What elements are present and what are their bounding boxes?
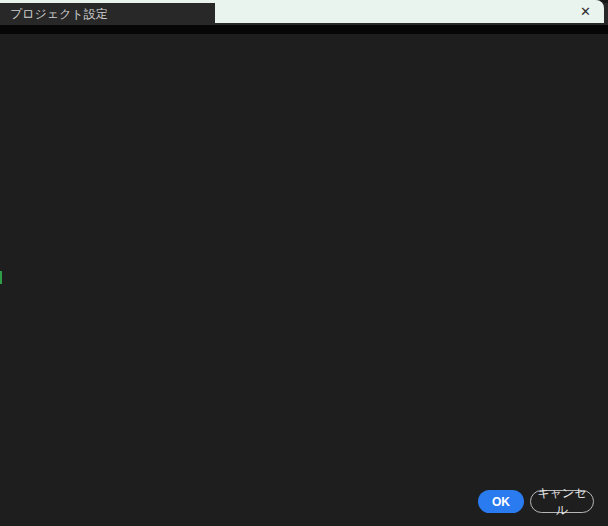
cancel-button[interactable]: キャンセル	[530, 490, 594, 513]
background-window-titlebar: ✕	[215, 0, 604, 23]
background-app-edge	[0, 271, 2, 284]
dialog-body	[0, 34, 608, 526]
titlebar-divider	[0, 25, 608, 34]
background-window-edge	[0, 0, 216, 3]
dialog-title: プロジェクト設定	[10, 6, 108, 23]
project-settings-dialog: ✕ プロジェクト設定 プロジェクト： 250107.prproj 一般 カラー …	[0, 0, 608, 526]
close-icon[interactable]: ✕	[576, 2, 595, 21]
ok-button[interactable]: OK	[478, 490, 524, 513]
